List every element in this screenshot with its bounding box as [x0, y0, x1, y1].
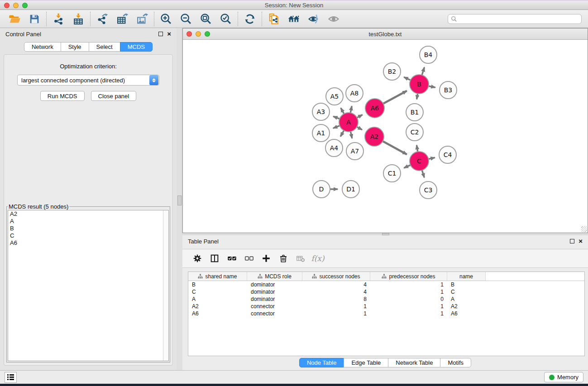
- network-canvas[interactable]: B4B2BB3B1A5A8A6A3AA1A2C2A4A7C4CC1C3DD1: [183, 40, 587, 232]
- close-panel-icon[interactable]: ×: [578, 239, 583, 243]
- table-cell[interactable]: connector: [247, 303, 302, 310]
- close-panel-button[interactable]: Close panel: [91, 91, 137, 101]
- node-C4[interactable]: C4: [439, 146, 456, 163]
- tab-select[interactable]: Select: [89, 42, 120, 52]
- import-network-button[interactable]: [48, 11, 68, 27]
- edge-B-B4[interactable]: [422, 67, 425, 76]
- deselect-all-button[interactable]: [240, 251, 258, 266]
- node-C3[interactable]: C3: [420, 181, 437, 199]
- apply-layout-button[interactable]: [240, 11, 260, 27]
- show-columns-button[interactable]: [206, 251, 223, 266]
- run-mcds-button[interactable]: Run MCDS: [40, 91, 85, 101]
- table-cell[interactable]: C: [188, 288, 247, 295]
- table-cell[interactable]: dominator: [247, 295, 302, 303]
- node-B2[interactable]: B2: [383, 63, 401, 80]
- node-C2[interactable]: C2: [406, 124, 423, 141]
- open-file-button[interactable]: [5, 11, 24, 27]
- table-cell[interactable]: 1: [302, 310, 370, 317]
- memory-button[interactable]: Memory: [544, 372, 583, 382]
- zoom-in-button[interactable]: [156, 11, 176, 27]
- result-list-item[interactable]: B: [8, 225, 168, 232]
- table-cell[interactable]: 1: [370, 310, 447, 317]
- search-field[interactable]: [448, 14, 582, 24]
- result-scrollbar[interactable]: [163, 210, 168, 361]
- zoom-selected-button[interactable]: [216, 11, 236, 27]
- table-cell[interactable]: A6: [188, 310, 247, 317]
- export-network-button[interactable]: [92, 11, 112, 27]
- result-list-item[interactable]: A6: [8, 239, 168, 247]
- create-column-button[interactable]: [258, 251, 275, 266]
- table-cell[interactable]: dominator: [247, 281, 302, 288]
- zoom-out-button[interactable]: [176, 11, 196, 27]
- node-A3[interactable]: A3: [312, 103, 330, 120]
- table-cell[interactable]: 4: [302, 281, 370, 288]
- result-list-item[interactable]: A2: [8, 210, 168, 218]
- result-list-item[interactable]: A: [8, 218, 168, 225]
- node-A4[interactable]: A4: [325, 139, 343, 157]
- optimization-criterion-dropdown[interactable]: largest connected component (directed): [17, 75, 159, 86]
- mcds-result-list[interactable]: A2ABCA6: [8, 210, 169, 361]
- table-cell[interactable]: A6: [447, 310, 486, 317]
- select-all-button[interactable]: [223, 251, 240, 266]
- node-B1[interactable]: B1: [406, 104, 423, 121]
- node-C[interactable]: C: [410, 152, 429, 171]
- table-cell[interactable]: 4: [302, 288, 370, 295]
- save-session-button[interactable]: [24, 11, 44, 27]
- table-row[interactable]: Adominator80A: [188, 295, 584, 303]
- float-panel-icon[interactable]: [570, 239, 574, 243]
- divider-handle[interactable]: [177, 195, 182, 205]
- hide-selected-button[interactable]: [304, 11, 324, 27]
- table-cell[interactable]: 1: [370, 281, 447, 288]
- zoom-fit-button[interactable]: [196, 11, 216, 27]
- export-table-button[interactable]: [112, 11, 132, 27]
- import-table-button[interactable]: [68, 11, 88, 27]
- column-header-shared-name[interactable]: shared name: [188, 272, 247, 281]
- node-A7[interactable]: A7: [346, 143, 363, 160]
- table-row[interactable]: A2connector11A2: [188, 303, 584, 310]
- search-input[interactable]: [459, 15, 578, 23]
- task-history-button[interactable]: [5, 372, 17, 383]
- table-cell[interactable]: connector: [247, 310, 302, 317]
- vertical-split-divider[interactable]: [177, 28, 182, 370]
- table-cell[interactable]: 0: [370, 295, 447, 303]
- table-cell[interactable]: 8: [302, 295, 370, 303]
- node-A1[interactable]: A1: [312, 124, 330, 142]
- column-header-name[interactable]: name: [447, 272, 486, 281]
- edge-A6-B[interactable]: [382, 91, 407, 104]
- node-D1[interactable]: D1: [342, 181, 359, 198]
- node-A5[interactable]: A5: [326, 88, 343, 105]
- node-A2[interactable]: A2: [365, 127, 384, 146]
- table-cell[interactable]: C: [447, 288, 486, 295]
- node-D[interactable]: D: [313, 181, 330, 198]
- function-builder-button[interactable]: f(x): [309, 251, 326, 266]
- tab-network-table[interactable]: Network Table: [388, 358, 440, 367]
- node-B[interactable]: B: [410, 75, 429, 94]
- node-A6[interactable]: A6: [365, 99, 384, 118]
- export-image-button[interactable]: [132, 11, 152, 27]
- delete-columns-button[interactable]: [275, 251, 292, 266]
- table-cell[interactable]: A2: [447, 303, 486, 310]
- tab-node-table[interactable]: Node Table: [299, 358, 344, 367]
- tab-mcds[interactable]: MCDS: [120, 42, 153, 52]
- table-cell[interactable]: 1: [370, 288, 447, 295]
- table-mode-button[interactable]: [189, 251, 206, 266]
- tab-edge-table[interactable]: Edge Table: [344, 358, 388, 367]
- float-panel-icon[interactable]: [158, 32, 163, 36]
- table-cell[interactable]: A: [447, 295, 486, 303]
- new-session-from-network-button[interactable]: [264, 11, 284, 27]
- table-row[interactable]: A6connector11A6: [188, 310, 584, 317]
- node-A[interactable]: A: [339, 113, 358, 132]
- table-cell[interactable]: A: [188, 295, 247, 303]
- node-B3[interactable]: B3: [440, 81, 457, 99]
- column-header-MCDS-role[interactable]: MCDS role: [247, 272, 302, 281]
- close-panel-icon[interactable]: ×: [167, 32, 171, 36]
- table-row[interactable]: Cdominator41C: [188, 288, 584, 295]
- node-table[interactable]: shared nameMCDS rolesuccessor nodesprede…: [188, 272, 585, 356]
- result-list-item[interactable]: C: [8, 232, 168, 239]
- table-cell[interactable]: B: [447, 281, 486, 288]
- table-row[interactable]: Bdominator41B: [188, 281, 584, 288]
- table-cell[interactable]: A2: [188, 303, 247, 310]
- tab-style[interactable]: Style: [61, 42, 89, 52]
- column-header-successor-nodes[interactable]: successor nodes: [302, 272, 370, 281]
- node-C1[interactable]: C1: [383, 165, 401, 182]
